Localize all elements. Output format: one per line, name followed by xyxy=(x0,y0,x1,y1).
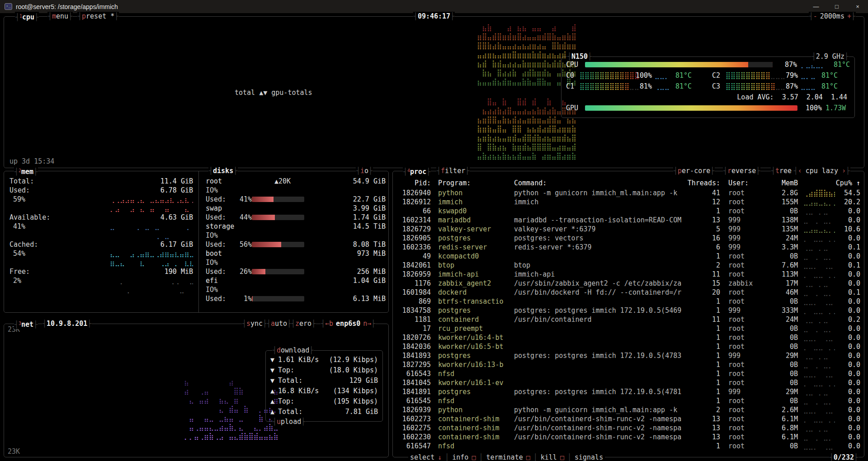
proc-per-core-toggle[interactable]: per-core xyxy=(673,166,715,175)
process-row[interactable]: 1842061btopbtop2root7.6M⣀⣀⡀⠀⢀⣀⠀⡀0.1 xyxy=(397,261,859,270)
process-row[interactable]: 1602273containerd-shim/usr/bin/container… xyxy=(397,414,859,423)
refresh-increase-button[interactable]: + xyxy=(847,12,851,20)
process-row[interactable]: 1841891postgrespostgres: postgres immich… xyxy=(397,387,859,396)
graph-scale-toggle[interactable]: total ▲▼ gpu-totals xyxy=(235,88,312,97)
process-mem: 0B xyxy=(764,324,798,333)
column-user[interactable]: User: xyxy=(720,179,764,188)
process-row[interactable]: 1826912immichimmich12root155M⣀⣠⣤⣀⣄⡀⣀⠀20.… xyxy=(397,198,859,207)
process-row[interactable]: 1826940pythonpython -m gunicorn immich_m… xyxy=(397,188,859,198)
process-row[interactable]: 1842036kworker/u16:5-bt1root0B⡀⠀⣀⣀⠀⡀⣀⠀0.… xyxy=(397,342,859,351)
proc-filter-button[interactable]: filter xyxy=(436,166,470,175)
process-row[interactable]: 1181containerd/usr/bin/containerd11root2… xyxy=(397,315,859,324)
process-threads: 5 xyxy=(686,225,720,234)
process-user: root xyxy=(720,270,764,279)
column-threads[interactable]: Threads: xyxy=(686,179,720,188)
proc-actions-menu: select↓│info□│terminate□│kill□│signals xyxy=(408,453,605,461)
core-label: C2 xyxy=(712,71,723,80)
column-program[interactable]: Program: xyxy=(431,179,512,188)
proc-tree-toggle[interactable]: tree xyxy=(771,166,796,175)
process-row[interactable]: 1834758postgrespostgres: postgres immich… xyxy=(397,306,859,315)
column-mem[interactable]: MemB xyxy=(764,179,798,188)
process-program: kcompactd0 xyxy=(431,252,512,261)
process-row[interactable]: 1826939pythonpython -m gunicorn immich_m… xyxy=(397,405,859,414)
select-action[interactable]: select↓ xyxy=(410,453,445,461)
disks-io-toggle[interactable]: io xyxy=(356,166,373,175)
net-sync-button[interactable]: sync xyxy=(242,319,267,328)
close-button[interactable]: × xyxy=(847,0,868,13)
mem-box-label[interactable]: 2mem xyxy=(14,166,38,176)
process-row[interactable]: 1826729valkey-servervalkey-server *:6379… xyxy=(397,225,859,234)
process-row[interactable]: 49kcompactd01root0B⣀⠀⢀⠀⣀⡀⠀⡀0.0 xyxy=(397,252,859,261)
maximize-button[interactable]: □ xyxy=(826,0,847,13)
process-row[interactable]: 17rcu_preempt1root0B⣀⠀⢀⠀⣀⡀⠀⡀0.0 xyxy=(397,324,859,333)
process-pid: 1834758 xyxy=(397,306,431,315)
process-cpu-graph: ⢀⣀⠀⡀⣀⠀⠀⣀ xyxy=(798,351,835,360)
process-mem: 333M xyxy=(764,306,798,315)
mem-available-graph: ⣀⠀⠀⠀⠀⢀⠀⣀⠀⣀⠀⠀⠀⠀⠀⢀⠀⠀⢀⠀⠀⠀⠀⠀⠀⠀⠀⠀⠀⢀⠀⣀⠀⠀⠀⠀⠀⠀⠀⠀ xyxy=(110,222,193,240)
process-cpu-graph: ⢀⣀⠀⡀⣀⠀⠀⣀ xyxy=(798,243,835,252)
process-cpu: 0.0 xyxy=(835,279,860,288)
process-row[interactable]: 1602314mariadbdmariadbd --transaction-is… xyxy=(397,216,859,225)
process-row[interactable]: 1820726kworker/u16:4-bt1root0B⣀⣀⡀⠀⢀⣀⠀⡀0.… xyxy=(397,333,859,342)
refresh-decrease-button[interactable]: - xyxy=(813,12,817,20)
download-label: download xyxy=(272,346,314,355)
disk-used-size: 8.08 TiB xyxy=(353,240,386,249)
process-row[interactable]: 1602275containerd-shim/usr/bin/container… xyxy=(397,423,859,433)
interface-next-button[interactable]: n→ xyxy=(363,320,371,328)
disk-name: efi xyxy=(206,276,218,285)
process-program: nfsd xyxy=(431,442,512,451)
process-row[interactable]: 616547nfsd1root0B⣀⣀⡀⠀⢀⣀⠀⡀0.0 xyxy=(397,442,859,451)
process-mem: 46M xyxy=(764,288,798,297)
kill-action[interactable]: kill□ xyxy=(541,453,567,461)
signals-action[interactable]: signals xyxy=(575,453,603,461)
process-row[interactable]: 1841893postgrespostgres: postgres immich… xyxy=(397,351,859,360)
process-user: root xyxy=(720,442,764,451)
process-program: containerd-shim xyxy=(431,414,512,423)
process-row[interactable]: 1602336redis-serverredis-server *:637969… xyxy=(397,243,859,252)
cpu-core-row: C2⣿⣿⣿⣿⣿⣿⣿⣿⣿⣀⣀⣀79%⣀⡀⣀81°C xyxy=(712,70,850,81)
column-pid[interactable]: Pid: xyxy=(397,179,431,188)
disk-used-percent: 26% xyxy=(240,267,252,276)
disk-size: 3.99 GiB xyxy=(353,204,386,213)
net-zero-button[interactable]: zero xyxy=(291,319,316,328)
menu-button[interactable]: menu xyxy=(47,12,73,21)
disk-row: root▲20K54.9 GiB xyxy=(206,177,386,186)
process-cpu-graph: ⣀⣀⡀⠀⢀⣀⠀⡀ xyxy=(798,333,835,342)
preset-button[interactable]: preset * xyxy=(77,12,119,21)
process-row[interactable]: 869btrfs-transactio1root0B⣀⣀⡀⠀⢀⣀⠀⡀0.0 xyxy=(397,297,859,306)
process-command: postgres: postgres immich 172.19.0.5(546… xyxy=(512,306,686,315)
mem-stat: Used:6.78 GiB59%⢀⢀⣠⣠⣤⢀⣄⠀⣀⣄⣤⣠⣆⢀⣄⣆⢀⣆⣆⣆⡀⣠⠀⠀… xyxy=(9,186,193,213)
cpu-box-label[interactable]: 1cpu xyxy=(15,12,39,22)
process-row[interactable]: 1826905postgrespostgres: vectors1699924M… xyxy=(397,234,859,243)
sort-next-button[interactable]: › xyxy=(842,167,846,175)
proc-reverse-toggle[interactable]: reverse xyxy=(723,166,760,175)
disks-box-label[interactable]: disks xyxy=(208,166,238,175)
process-row[interactable]: 66kswapd01root0B⢀⣀⠀⡀⣀⠀⠀⣀0.0 xyxy=(397,207,859,216)
interface-prev-button[interactable]: ←b xyxy=(325,320,333,328)
minimize-button[interactable]: — xyxy=(806,0,826,13)
process-row[interactable]: 616545nfsd1root0B⣀⠀⢀⠀⣀⡀⠀⡀0.0 xyxy=(397,396,859,405)
cpu-total-meter xyxy=(585,62,773,67)
process-threads: 41 xyxy=(686,188,720,198)
proc-box-label[interactable]: 4proc xyxy=(403,166,431,176)
net-auto-button[interactable]: auto xyxy=(266,319,292,328)
disk-used-label: Used: xyxy=(206,267,226,276)
disk-io-row: IO% xyxy=(206,186,386,195)
process-cpu: 0.0 xyxy=(835,378,860,387)
info-action[interactable]: info□ xyxy=(452,453,479,461)
sort-prev-button[interactable]: ‹ xyxy=(798,167,802,175)
terminate-action[interactable]: terminate□ xyxy=(486,453,533,461)
process-row[interactable]: 1841045kworker/u16:1-ev1root0B⡀⠀⣀⣀⠀⡀⣀⠀0.… xyxy=(397,378,859,387)
column-cpu[interactable]: Cpu% ↑ xyxy=(835,179,860,188)
process-row[interactable]: 1826959immich-apiimmich-api11root113M⡀⠀⣀… xyxy=(397,270,859,279)
process-row[interactable]: 616543nfsd1root0B⣀⣀⡀⠀⢀⣀⠀⡀0.0 xyxy=(397,369,859,378)
process-row[interactable]: 1176zabbix_agent2/usr/sbin/zabbix_agent2… xyxy=(397,279,859,288)
sort-mode-label: cpu lazy xyxy=(802,167,842,175)
column-command[interactable]: Command: xyxy=(512,179,686,188)
process-row[interactable]: 1827295kworker/u16:13-b1root0B⣀⠀⢀⠀⣀⡀⠀⡀0.… xyxy=(397,360,859,369)
process-row[interactable]: 1602230containerd-shim/usr/bin/container… xyxy=(397,433,859,442)
net-box-label[interactable]: 3net xyxy=(14,319,38,329)
process-row[interactable]: 1601984dockerd/usr/bin/dockerd -H fd:// … xyxy=(397,288,859,297)
process-mem: 0B xyxy=(764,396,798,405)
process-pid: 1181 xyxy=(397,315,431,324)
